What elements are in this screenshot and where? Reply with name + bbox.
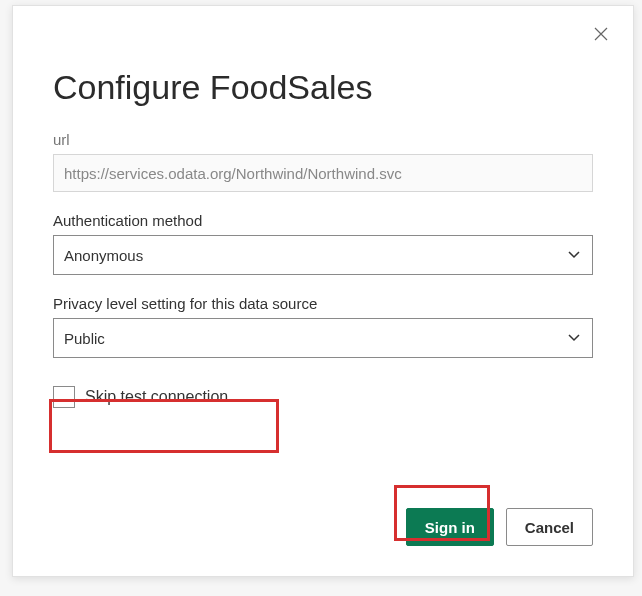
close-icon bbox=[594, 27, 608, 41]
auth-label: Authentication method bbox=[53, 212, 593, 229]
url-input[interactable] bbox=[53, 154, 593, 192]
privacy-select[interactable]: Public bbox=[53, 318, 593, 358]
privacy-label: Privacy level setting for this data sour… bbox=[53, 295, 593, 312]
url-label: url bbox=[53, 131, 593, 148]
close-button[interactable] bbox=[591, 24, 611, 44]
cancel-button[interactable]: Cancel bbox=[506, 508, 593, 546]
signin-button[interactable]: Sign in bbox=[406, 508, 494, 546]
dialog-title: Configure FoodSales bbox=[53, 68, 593, 107]
skip-test-label: Skip test connection bbox=[85, 388, 228, 406]
configure-dialog: Configure FoodSales url Authentication m… bbox=[12, 5, 634, 577]
dialog-button-row: Sign in Cancel bbox=[406, 508, 593, 546]
privacy-field-group: Privacy level setting for this data sour… bbox=[53, 295, 593, 358]
url-field-group: url bbox=[53, 131, 593, 192]
skip-test-checkbox[interactable] bbox=[53, 386, 75, 408]
auth-field-group: Authentication method Anonymous bbox=[53, 212, 593, 275]
skip-test-row: Skip test connection bbox=[53, 386, 593, 408]
auth-select[interactable]: Anonymous bbox=[53, 235, 593, 275]
